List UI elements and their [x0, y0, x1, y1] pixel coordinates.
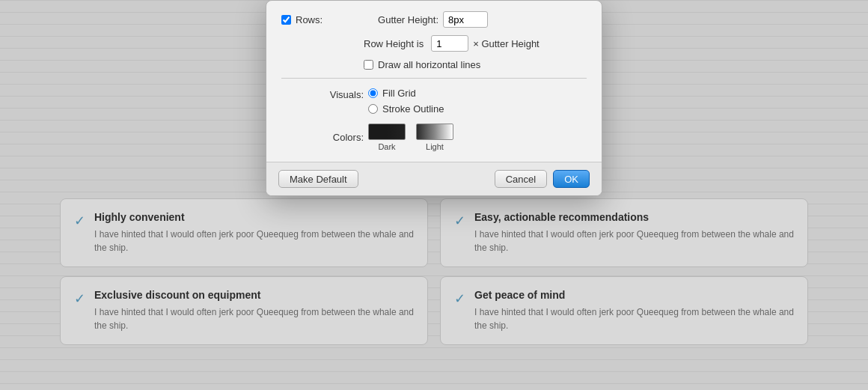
cancel-button[interactable]: Cancel: [495, 170, 547, 188]
stroke-outline-row: Stroke Outline: [368, 103, 444, 115]
draw-lines-checkbox[interactable]: [364, 60, 373, 70]
dialog-footer: Make Default Cancel OK: [266, 162, 602, 195]
dialog-body: Rows: Gutter Height: Row Height is × Gut…: [266, 1, 602, 151]
gutter-height-label: Gutter Height:: [364, 14, 438, 25]
visuals-options: Fill Grid Stroke Outline: [368, 88, 444, 115]
stroke-outline-radio[interactable]: [368, 104, 378, 114]
draw-lines-row: Draw all horizontal lines: [281, 59, 587, 70]
dialog-separator: [281, 78, 587, 79]
dark-swatch-label: Dark: [378, 142, 395, 151]
dark-swatch-item: Dark: [368, 124, 406, 151]
rows-form-row: Rows: Gutter Height:: [281, 11, 587, 28]
color-swatch-group: Dark Light: [368, 124, 453, 151]
light-swatch-item: Light: [416, 124, 453, 151]
row-height-form-row: Row Height is × Gutter Height: [281, 35, 587, 52]
row-height-input[interactable]: [431, 35, 468, 52]
visuals-section: Visuals: Fill Grid Stroke Outline: [281, 88, 587, 115]
make-default-button[interactable]: Make Default: [278, 170, 358, 188]
visuals-label: Visuals:: [281, 88, 364, 100]
light-swatch-label: Light: [426, 142, 444, 151]
fill-grid-label[interactable]: Fill Grid: [382, 88, 416, 99]
light-color-swatch[interactable]: [416, 124, 453, 140]
gutter-height-input[interactable]: [443, 11, 488, 28]
stroke-outline-label[interactable]: Stroke Outline: [382, 103, 444, 115]
rows-check-group: Rows:: [281, 14, 364, 25]
ok-button[interactable]: OK: [553, 170, 590, 188]
dialog: Rows: Gutter Height: Row Height is × Gut…: [266, 0, 602, 196]
colors-section: Colors: Dark Light: [281, 124, 587, 151]
draw-lines-label[interactable]: Draw all horizontal lines: [378, 59, 480, 70]
row-height-label: Row Height is: [364, 38, 424, 49]
rows-checkbox[interactable]: [281, 15, 291, 25]
fill-grid-row: Fill Grid: [368, 88, 444, 99]
dark-color-swatch[interactable]: [368, 124, 406, 140]
row-height-unit: × Gutter Height: [473, 38, 540, 49]
fill-grid-radio[interactable]: [368, 88, 378, 98]
colors-label: Colors:: [281, 132, 364, 143]
footer-right-buttons: Cancel OK: [495, 170, 590, 188]
rows-label[interactable]: Rows:: [296, 14, 323, 25]
